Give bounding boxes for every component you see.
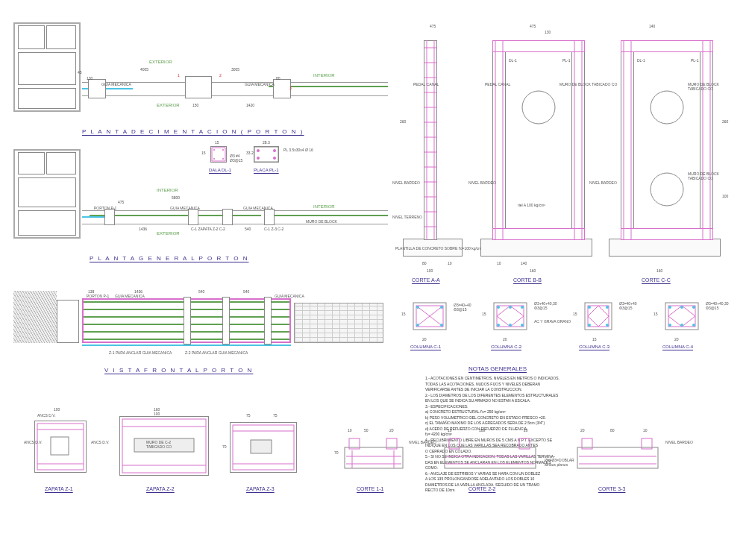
c22 — [442, 435, 539, 476]
svg-rect-73 — [668, 306, 695, 327]
l-guia1: GUIA MECANICA — [101, 82, 131, 86]
c11-10: 10 — [348, 428, 352, 432]
c22-100: 100 — [479, 428, 485, 432]
vf-p1 — [184, 297, 191, 345]
svg-point-7 — [273, 149, 276, 152]
d45: 45 — [78, 70, 82, 75]
title-vf: V I S T A F R O N T A L P O R T O N — [104, 367, 253, 374]
plan2-top — [82, 210, 388, 211]
plan1-room2 — [46, 25, 76, 49]
cc-muro2: MURO DE BLOCK TABICADO CO — [688, 172, 739, 180]
d80: 80 — [276, 76, 280, 81]
bb-pl1: PL-1 — [562, 58, 571, 63]
vf-door — [57, 300, 79, 343]
bb-dl1: DL-1 — [509, 58, 517, 63]
svg-point-62 — [521, 324, 524, 327]
plan2-c1 — [104, 209, 115, 225]
cc-100: 100 — [722, 194, 728, 198]
svg-rect-57 — [497, 306, 524, 327]
z1-top: ANCS D.V. — [37, 413, 56, 418]
svg-point-8 — [257, 157, 260, 160]
svg-point-60 — [521, 306, 524, 309]
plan2-wall — [269, 215, 388, 216]
t-c22: CORTE 2-2 — [468, 486, 495, 491]
col1-20: 20 — [422, 337, 427, 342]
bb-140: 140 — [521, 261, 527, 265]
svg-point-79 — [680, 306, 683, 309]
bb-bars-l — [492, 40, 506, 240]
cc-260: 260 — [722, 119, 728, 124]
vf-p3 — [264, 297, 272, 345]
svg-point-3 — [213, 158, 215, 160]
c1c2b: C-1 Z-3 C-2 — [264, 227, 283, 231]
plan2-gate — [90, 215, 261, 216]
z3-70: 70 — [222, 444, 227, 449]
svg-point-37 — [522, 91, 555, 124]
plan1-ext2: EXTERIOR — [157, 103, 180, 107]
l-guia4: GUIA MECANICA — [243, 206, 273, 210]
l-porton: PORTON P-1 — [94, 206, 116, 210]
svg-point-9 — [273, 157, 276, 160]
plan1-z3 — [273, 79, 291, 98]
cut3: 3 — [289, 86, 292, 90]
l-mblock: MURO DE BLOCK — [306, 219, 337, 224]
plan2-r2 — [46, 152, 76, 174]
bb-muro: MURO DE BLOCK TABICADO CO — [560, 82, 617, 86]
svg-marker-67 — [588, 306, 609, 327]
cut2: 2 — [219, 73, 222, 78]
svg-point-6 — [257, 149, 260, 152]
z2-muro: MURO DE C-2TABICADO CO — [146, 440, 172, 449]
col1-note: Ø3=40+40 Φ3@15 — [454, 303, 471, 312]
cc-bars-l — [621, 40, 634, 240]
plan2-ext: EXTERIOR — [157, 231, 180, 236]
svg-point-69 — [606, 306, 609, 309]
title-plan1: P L A N T A D E C I M E N T A C I O N ( … — [82, 128, 304, 135]
aa-nb: NIVEL BARDEO — [392, 180, 420, 185]
aa-pedal: PEDAL CANAL — [413, 82, 439, 86]
t-col1: COLUMNA C-1 — [410, 345, 441, 349]
t-z2: ZAPATA Z-2 — [146, 486, 175, 491]
c11-50: 50 — [364, 428, 369, 432]
c33-nb: NIVEL BARDEO — [665, 440, 693, 444]
t-c33: CORTE 3-3 — [598, 486, 625, 491]
vf-guia: GUIA MECANICA — [115, 294, 145, 298]
c1c2a: C-1 ZAPATA Z-2 C-2 — [191, 227, 225, 231]
vf-ancl2: Z-2 PARA ANCLAR GUIA MECANICA — [185, 350, 248, 355]
cut1: 1 — [178, 73, 180, 78]
c11 — [342, 435, 406, 476]
svg-point-76 — [692, 306, 695, 309]
aa-bars — [424, 40, 437, 240]
title-plan2: P L A N T A G E N E R A L P O R T O N — [90, 255, 248, 262]
svg-point-42 — [651, 91, 683, 124]
col2 — [489, 300, 531, 333]
bb-pedal: PEDAL CANAL — [485, 82, 510, 86]
aa-d80: 80 — [422, 261, 427, 265]
plan1-room4 — [18, 88, 76, 109]
plan2-int2: INTERIOR — [313, 204, 335, 209]
aa-nt: NIVEL TERRENO — [392, 215, 422, 219]
l-guia3: GUIA MECANICA — [170, 206, 200, 210]
plan1-ext1: EXTERIOR — [149, 60, 172, 64]
svg-point-68 — [588, 306, 591, 309]
c22-10: 10 — [448, 428, 452, 432]
col1 — [409, 300, 451, 333]
col3-note: Ø3=40+40 Φ3@15 — [619, 301, 637, 310]
t-c11: CORTE 1-1 — [357, 486, 383, 491]
t-bb: CORTE B-B — [513, 277, 542, 283]
svg-point-52 — [416, 306, 419, 309]
svg-point-55 — [440, 324, 443, 327]
d5800: 5800 — [172, 195, 180, 200]
svg-point-59 — [497, 306, 500, 309]
svg-marker-58 — [497, 306, 524, 327]
cc-c1 — [649, 89, 685, 125]
svg-point-54 — [416, 324, 419, 327]
vf-p2 — [222, 297, 230, 345]
plan1-z2 — [185, 76, 212, 98]
svg-point-64 — [509, 324, 512, 327]
col2-ac: AC Y GRAVA GRANO — [534, 319, 571, 324]
aa-d10: 10 — [448, 261, 452, 265]
z3-svg — [230, 422, 297, 473]
notes-title: NOTAS GENERALES — [468, 365, 527, 372]
cc-dl1: DL-1 — [637, 58, 645, 63]
d150: 150 — [192, 103, 198, 107]
